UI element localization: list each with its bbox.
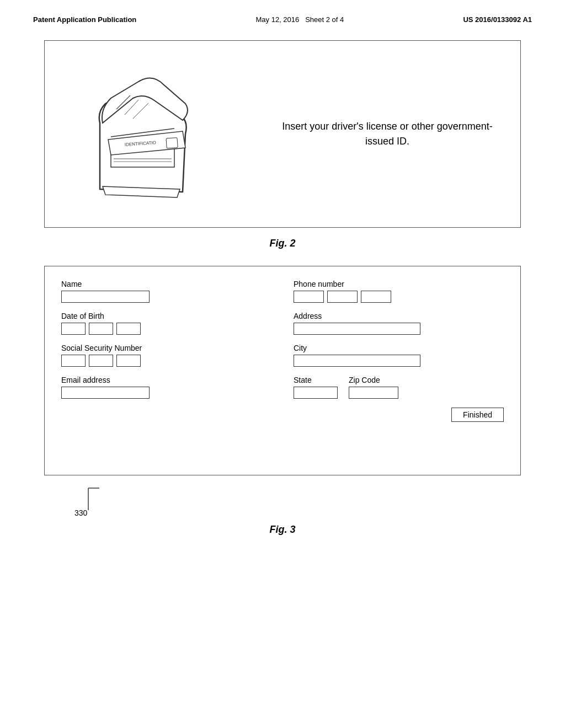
header-right: US 2016/0133092 A1 xyxy=(463,15,532,24)
annotation-svg xyxy=(44,485,265,524)
svg-rect-1 xyxy=(166,138,178,148)
email-label: Email address xyxy=(61,376,271,384)
state-input[interactable] xyxy=(294,387,338,399)
form-right-column: Phone number Address City xyxy=(294,280,504,462)
name-label: Name xyxy=(61,280,271,288)
address-input[interactable] xyxy=(294,323,420,335)
finished-button[interactable]: Finished xyxy=(451,408,504,422)
figure-3-container: Name Date of Birth Social Se xyxy=(44,266,521,475)
state-label: State xyxy=(294,376,338,384)
phone-field: Phone number xyxy=(294,280,504,303)
id-scanner-svg: IDENTIFICATIO xyxy=(67,57,232,211)
phone-label: Phone number xyxy=(294,280,504,288)
patent-header: Patent Application Publication May 12, 2… xyxy=(0,0,565,29)
annotation-label: 330 xyxy=(74,508,87,517)
dob-input-1[interactable] xyxy=(61,323,86,335)
name-field: Name xyxy=(61,280,271,303)
ssn-field: Social Security Number xyxy=(61,344,271,367)
city-input[interactable] xyxy=(294,355,420,367)
phone-input-2[interactable] xyxy=(327,291,358,303)
dob-field: Date of Birth xyxy=(61,312,271,335)
figure-2-container: IDENTIFICATIO Insert your driver's licen… xyxy=(44,40,521,228)
phone-input-3[interactable] xyxy=(361,291,391,303)
ssn-input-1[interactable] xyxy=(61,355,86,367)
form-left-column: Name Date of Birth Social Se xyxy=(61,280,271,462)
ssn-label: Social Security Number xyxy=(61,344,271,352)
address-field: Address xyxy=(294,312,504,335)
dob-label: Date of Birth xyxy=(61,312,271,320)
dob-input-3[interactable] xyxy=(116,323,141,335)
zip-input[interactable] xyxy=(349,387,398,399)
city-field: City xyxy=(294,344,504,367)
name-input[interactable] xyxy=(61,291,150,303)
city-label: City xyxy=(294,344,504,352)
fig2-caption: Fig. 2 xyxy=(44,238,521,249)
ssn-input-2[interactable] xyxy=(89,355,113,367)
email-input[interactable] xyxy=(61,387,150,399)
fig2-illustration: IDENTIFICATIO xyxy=(67,57,232,211)
fig3-caption: Fig. 3 xyxy=(44,524,521,536)
state-zip-field: State Zip Code xyxy=(294,376,504,399)
content-area: IDENTIFICATIO Insert your driver's licen… xyxy=(0,29,565,547)
email-field: Email address xyxy=(61,376,271,399)
dob-input-2[interactable] xyxy=(89,323,113,335)
fig2-instruction-text: Insert your driver's license or other go… xyxy=(276,119,498,149)
ssn-input-3[interactable] xyxy=(116,355,141,367)
annotation-area: 330 xyxy=(44,485,521,524)
form-layout: Name Date of Birth Social Se xyxy=(61,280,504,462)
header-center: May 12, 2016 Sheet 2 of 4 xyxy=(256,15,344,24)
address-label: Address xyxy=(294,312,504,320)
phone-input-1[interactable] xyxy=(294,291,324,303)
zip-label: Zip Code xyxy=(349,376,398,384)
finished-button-row: Finished xyxy=(294,408,504,422)
header-left: Patent Application Publication xyxy=(33,15,136,24)
